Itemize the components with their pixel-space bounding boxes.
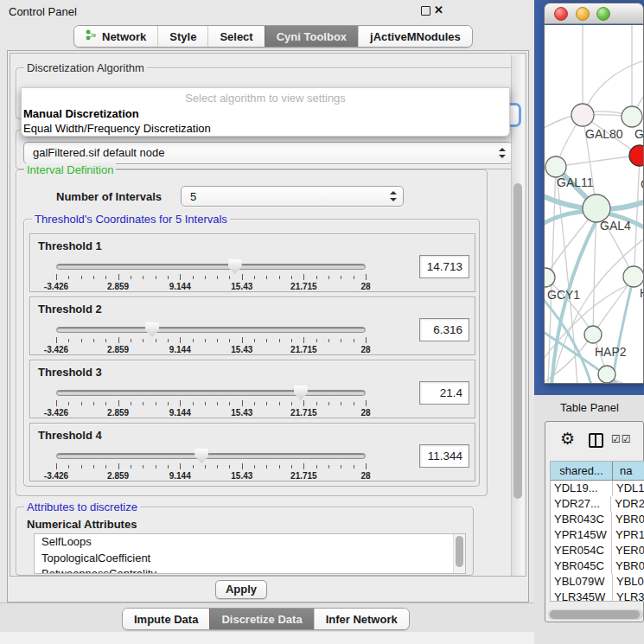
network-node-GCY1[interactable]: [545, 268, 555, 287]
threshold-value-input[interactable]: 11.344: [419, 444, 469, 468]
slider-track[interactable]: [56, 327, 366, 333]
panel-scrollbar-thumb[interactable]: [513, 183, 522, 499]
spinner-arrows-icon: [499, 148, 505, 158]
network-node-node-red[interactable]: [629, 145, 644, 166]
slider-thumb[interactable]: [194, 449, 208, 463]
threshold-value-input[interactable]: 21.4: [419, 381, 469, 405]
cyni-toolbox-panel: Discretization Algorithm Select algorith…: [7, 50, 529, 603]
window-close-button[interactable]: [554, 7, 568, 21]
attributes-list-scrollbar[interactable]: [453, 534, 465, 574]
algorithm-option-equal-width[interactable]: Equal Width/Frequency Discretization: [23, 122, 211, 135]
table-row[interactable]: YBR045CYBR0: [551, 558, 644, 574]
slider-track[interactable]: [56, 453, 366, 459]
tab-network[interactable]: Network: [74, 26, 157, 47]
network-node-node-bottom[interactable]: [598, 366, 615, 383]
threshold-value-input[interactable]: 14.713: [419, 255, 469, 278]
attributes-group: Attributes to discretize Numerical Attri…: [16, 507, 474, 576]
attributes-scrollbar-thumb[interactable]: [456, 536, 463, 567]
name-cell[interactable]: YDR2: [611, 496, 644, 512]
control-panel-window: Control Panel ✕ Network Style Select Cyn…: [0, 0, 534, 644]
attribute-list-item[interactable]: BetweennessCentrality: [35, 566, 465, 574]
column-header-shared-name[interactable]: shared...: [551, 462, 613, 480]
table-row[interactable]: YLR345WYLR3: [551, 590, 644, 602]
network-canvas[interactable]: GAL80G.CGAL11GAL4GCY1HHAP2: [545, 25, 644, 384]
shared-name-cell[interactable]: YDR27...: [551, 496, 611, 512]
name-cell[interactable]: YER0: [612, 543, 644, 558]
attribute-list-item[interactable]: TopologicalCoefficient: [35, 551, 465, 567]
panel-vertical-scrollbar[interactable]: [511, 55, 524, 576]
number-of-intervals-spinner[interactable]: 5: [181, 186, 404, 207]
attribute-list-item[interactable]: SelfLoops: [35, 534, 465, 551]
close-icon[interactable]: ✕: [434, 3, 443, 16]
network-node-GAL11[interactable]: [545, 156, 566, 177]
table-row[interactable]: YDL19...YDL1: [551, 481, 644, 496]
shared-name-cell[interactable]: YDL19...: [551, 481, 613, 496]
name-cell[interactable]: YBR0: [612, 512, 644, 527]
node-label: GAL4: [600, 219, 631, 233]
tab-infer-network-label: Infer Network: [326, 613, 398, 626]
tab-style[interactable]: Style: [157, 26, 207, 47]
table-scrollbar-thumb[interactable]: [550, 610, 640, 619]
window-minimize-button[interactable]: [576, 7, 590, 21]
shared-name-cell[interactable]: YBL079W: [551, 574, 613, 590]
slider-thumb[interactable]: [294, 386, 308, 400]
tab-cyni-toolbox[interactable]: Cyni Toolbox: [265, 26, 358, 47]
tab-impute-data[interactable]: Impute Data: [123, 609, 209, 629]
split-column-icon[interactable]: [589, 433, 603, 448]
threshold-coordinates-group: Threshold's Coordinates for 5 Intervals …: [23, 219, 480, 487]
network-node-node-ne[interactable]: [622, 106, 642, 127]
network-node-node-h[interactable]: [623, 266, 644, 287]
spinner-arrows-icon: [390, 191, 396, 201]
table-row[interactable]: YBR043CYBR0: [551, 512, 644, 527]
threshold-slider[interactable]: -3.4262.8599.14415.4321.71528: [56, 322, 366, 353]
network-node-GAL80[interactable]: [571, 104, 594, 126]
table-row[interactable]: YPR145WYPR1: [551, 527, 644, 543]
table-row[interactable]: YBL079WYBL0: [551, 574, 644, 590]
tab-discretize-data[interactable]: Discretize Data: [209, 609, 313, 629]
shared-name-cell[interactable]: YLR345W: [551, 590, 613, 602]
column-header-name[interactable]: na: [613, 462, 644, 480]
table-data-combobox[interactable]: galFiltered.sif default node: [23, 142, 513, 164]
shared-name-cell[interactable]: YER054C: [551, 543, 612, 558]
tab-style-label: Style: [169, 30, 196, 43]
table-row[interactable]: YDR27...YDR2: [551, 496, 644, 512]
threshold-value-input[interactable]: 6.316: [419, 318, 469, 341]
algorithm-option-manual[interactable]: Manual Discretization: [23, 107, 139, 120]
table-horizontal-scrollbar[interactable]: [548, 609, 643, 620]
threshold-coordinates-title: Threshold's Coordinates for 5 Intervals: [32, 213, 230, 226]
discretization-algorithm-group: Discretization Algorithm Select algorith…: [16, 67, 515, 119]
table-row[interactable]: YER054CYER0: [551, 543, 644, 558]
apply-button[interactable]: Apply: [215, 580, 267, 599]
slider-track[interactable]: [56, 264, 366, 270]
name-cell[interactable]: YPR1: [612, 527, 644, 543]
numerical-attributes-list[interactable]: SelfLoopsTopologicalCoefficientBetweenne…: [34, 533, 466, 574]
slider-thumb[interactable]: [228, 259, 242, 274]
checkbox-icons[interactable]: ☑☑: [611, 433, 632, 445]
float-panel-icon[interactable]: [421, 6, 430, 16]
shared-name-cell[interactable]: YBR043C: [551, 512, 612, 527]
tab-select[interactable]: Select: [207, 26, 264, 47]
interval-definition-group: Interval Definition Number of Intervals …: [16, 169, 488, 496]
name-cell[interactable]: YBL0: [613, 574, 644, 590]
threshold-slider[interactable]: -3.4262.8599.14415.4321.71528: [56, 258, 366, 290]
name-cell[interactable]: YBR0: [612, 558, 644, 574]
tab-jactivemnodules[interactable]: jActiveMNodules: [358, 26, 472, 47]
tab-discretize-data-label: Discretize Data: [221, 613, 302, 626]
tab-infer-network[interactable]: Infer Network: [314, 609, 409, 629]
threshold-slider[interactable]: -3.4262.8599.14415.4321.71528: [56, 448, 366, 479]
network-node-HAP2[interactable]: [584, 326, 602, 343]
window-zoom-button[interactable]: [596, 7, 610, 21]
threshold-slider[interactable]: -3.4262.8599.14415.4321.71528: [56, 385, 366, 416]
slider-track[interactable]: [56, 390, 366, 396]
gear-icon[interactable]: ⚙: [560, 429, 575, 449]
name-cell[interactable]: YDL1: [613, 481, 644, 496]
shared-name-cell[interactable]: YPR145W: [551, 527, 612, 543]
name-cell[interactable]: YLR3: [613, 590, 644, 602]
number-of-intervals-value: 5: [190, 190, 196, 203]
network-tab-icon: [86, 29, 97, 44]
tab-network-label: Network: [102, 30, 146, 43]
threshold-label: Threshold 2: [38, 303, 102, 316]
shared-name-cell[interactable]: YBR045C: [551, 558, 612, 574]
node-label: GAL11: [557, 175, 594, 189]
slider-thumb[interactable]: [145, 322, 159, 337]
